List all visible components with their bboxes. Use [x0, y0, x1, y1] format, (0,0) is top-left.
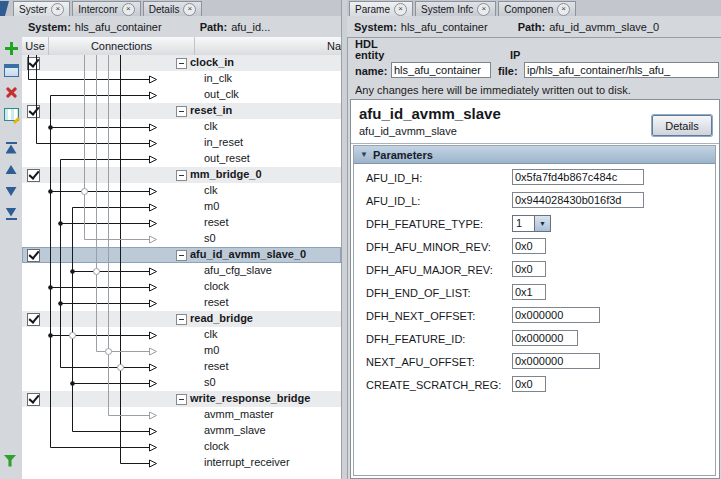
tab-close-icon[interactable]: × [394, 3, 407, 16]
column-header-use[interactable]: Use [22, 37, 49, 55]
component-title: afu_id_avmm_slave [359, 105, 501, 122]
module-row[interactable]: reset_in [22, 103, 341, 119]
parameter-input[interactable] [512, 238, 546, 254]
arrow-up-icon [6, 165, 17, 174]
minus-glyph [179, 319, 184, 320]
port-row[interactable]: clock [22, 439, 341, 455]
port-row[interactable]: s0 [22, 375, 341, 391]
port-name: in_reset [204, 135, 243, 150]
collapse-icon[interactable] [176, 170, 187, 181]
module-name: reset_in [190, 103, 232, 118]
port-row[interactable]: reset [22, 215, 341, 231]
port-row[interactable]: afu_cfg_slave [22, 263, 341, 279]
collapse-icon[interactable] [176, 58, 187, 69]
tab-label: Parame [355, 4, 390, 15]
port-row[interactable]: clock [22, 279, 341, 295]
edit-button[interactable] [1, 61, 21, 80]
checkmark-icon [28, 312, 39, 324]
use-checkbox[interactable] [27, 249, 40, 262]
platform-designer-window: Syster×Interconr×Details× System: hls_af… [0, 0, 721, 479]
column-header-connections[interactable]: Connections [49, 37, 195, 55]
port-name: clock [204, 279, 229, 294]
parameters-title: Parameters [373, 149, 433, 161]
checkmark-icon [28, 248, 39, 260]
use-checkbox[interactable] [27, 105, 40, 118]
module-row[interactable]: write_response_bridge [22, 391, 341, 407]
tab-interconr[interactable]: Interconr× [72, 1, 140, 16]
port-row[interactable]: m0 [22, 199, 341, 215]
port-row[interactable]: in_reset [22, 135, 341, 151]
port-row[interactable]: out_reset [22, 151, 341, 167]
port-row[interactable]: avmm_slave [22, 423, 341, 439]
tab-close-icon[interactable]: × [183, 3, 196, 16]
parameter-select[interactable]: 1▼ [512, 215, 551, 232]
parameter-input[interactable] [512, 330, 578, 346]
tab-close-icon[interactable]: × [51, 3, 64, 16]
module-name: mm_bridge_0 [190, 167, 262, 182]
tab-componen[interactable]: Componen× [498, 1, 576, 16]
path-value: afu_id_avmm_slave_0 [549, 21, 659, 33]
parameter-input[interactable] [512, 192, 644, 208]
port-row[interactable]: out_clk [22, 87, 341, 103]
tab-details[interactable]: Details× [143, 1, 203, 16]
divider [351, 143, 719, 144]
collapse-icon[interactable] [176, 106, 187, 117]
parameter-input[interactable] [512, 307, 600, 323]
port-row[interactable]: m0 [22, 343, 341, 359]
tab-close-icon[interactable]: × [122, 3, 135, 16]
port-name: clk [204, 183, 217, 198]
use-checkbox[interactable] [27, 313, 40, 326]
module-row[interactable]: clock_in [22, 55, 341, 71]
system-contents-pane: Syster×Interconr×Details× System: hls_af… [0, 0, 341, 479]
parameter-input[interactable] [512, 353, 600, 369]
port-row[interactable]: s0 [22, 231, 341, 247]
port-name: reset [204, 359, 228, 374]
column-header-name[interactable]: Na [195, 37, 341, 55]
tab-close-icon[interactable]: × [557, 3, 570, 16]
collapse-icon[interactable] [176, 250, 187, 261]
port-row[interactable]: in_clk [22, 71, 341, 87]
parameter-input[interactable] [512, 376, 546, 392]
parameter-row: CREATE_SCRATCH_REG: [354, 374, 715, 397]
move-bottom-button[interactable] [1, 204, 21, 223]
chevron-down-icon[interactable]: ▼ [534, 216, 550, 231]
parameter-input[interactable] [512, 284, 546, 300]
port-row[interactable]: clk [22, 119, 341, 135]
ip-file-input[interactable] [524, 62, 719, 78]
tab-overflow-icon[interactable] [0, 1, 9, 16]
tab-system-infc[interactable]: System Infc× [415, 1, 496, 16]
disk-write-notice: Any changes here will be immediately wri… [355, 84, 721, 96]
port-row[interactable]: reset [22, 359, 341, 375]
parameter-input[interactable] [512, 169, 644, 185]
port-row[interactable]: avmm_master [22, 407, 341, 423]
use-checkbox[interactable] [27, 169, 40, 182]
parameters-section-header[interactable]: ▼ Parameters [354, 146, 715, 164]
module-row[interactable]: read_bridge [22, 311, 341, 327]
tab-label: Details [149, 4, 180, 15]
move-top-button[interactable] [1, 138, 21, 157]
collapse-icon[interactable] [176, 394, 187, 405]
move-down-button[interactable] [1, 182, 21, 201]
hdl-entity-name-input[interactable] [391, 62, 491, 78]
module-row[interactable]: mm_bridge_0 [22, 167, 341, 183]
add-button[interactable] [1, 39, 21, 58]
arrow-bottom-icon [6, 208, 17, 220]
parameter-input[interactable] [512, 261, 546, 277]
use-checkbox[interactable] [27, 393, 40, 406]
move-up-button[interactable] [1, 160, 21, 179]
columns-button[interactable] [1, 105, 21, 124]
module-row[interactable]: afu_id_avmm_slave_0 [22, 247, 341, 263]
remove-button[interactable] [1, 83, 21, 102]
port-row[interactable]: interrupt_receiver [22, 455, 341, 471]
collapse-icon[interactable] [176, 314, 187, 325]
port-row[interactable]: clk [22, 183, 341, 199]
system-label: System: [28, 21, 71, 33]
details-button[interactable]: Details [652, 115, 712, 136]
tab-syster[interactable]: Syster× [13, 1, 70, 16]
use-checkbox[interactable] [27, 57, 40, 70]
port-row[interactable]: clk [22, 327, 341, 343]
tab-parame[interactable]: Parame× [349, 1, 413, 16]
filter-button[interactable] [0, 451, 20, 470]
port-row[interactable]: reset [22, 295, 341, 311]
tab-close-icon[interactable]: × [477, 3, 490, 16]
